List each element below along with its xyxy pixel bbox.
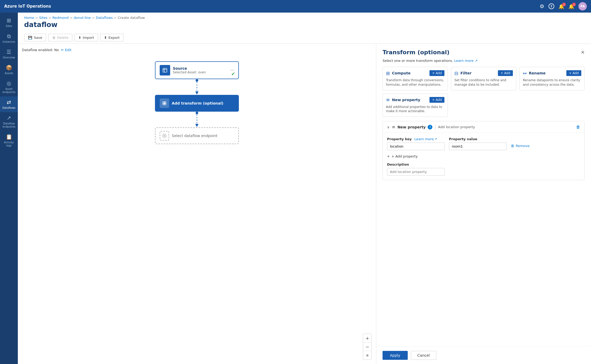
zoom-fit-button[interactable]: ⊕	[363, 351, 372, 360]
source-node[interactable]: Source Selected Asset: oven ··· ✔	[155, 61, 239, 79]
breadcrumb-sites[interactable]: Sites	[39, 16, 47, 20]
transform-node[interactable]: Add transform (optional)	[155, 95, 239, 112]
sidebar-item-activity-logs[interactable]: 📋 Activity logs	[0, 131, 18, 150]
connector-arrow-2: ▼	[195, 123, 198, 127]
panel-footer: Apply Cancel	[376, 346, 591, 364]
filter-icon: ⊟	[454, 70, 458, 76]
rename-card: ↔ Rename + Add Rename datapoints to ensu…	[519, 67, 585, 90]
sidebar-label-sites: Sites	[6, 25, 12, 28]
filter-add-button[interactable]: + Add	[498, 70, 513, 76]
property-key-input[interactable]	[387, 143, 445, 150]
delete-section-icon[interactable]: 🗑	[576, 124, 580, 129]
source-sub: Selected Asset: oven	[173, 70, 228, 74]
property-value-label: Property value	[449, 137, 507, 141]
sidebar-label-asset-endpoints: Asset endpoints	[2, 88, 16, 94]
dataflow-status-bar: Dataflow enabled: No ✏ Edit	[22, 48, 372, 52]
learn-more-link[interactable]: Learn more ↗	[454, 59, 477, 63]
breadcrumb-donut-line[interactable]: donut-line	[74, 16, 91, 20]
new-property-add-button[interactable]: + Add	[429, 97, 444, 103]
compute-add-button[interactable]: + Add	[429, 70, 444, 76]
sidebar-label-dataflows: Dataflows	[2, 106, 15, 110]
dataflow-status-label: Dataflow enabled: No	[22, 48, 59, 52]
rename-add-button[interactable]: + Add	[566, 70, 581, 76]
notification2-icon[interactable]: 🔔 1	[568, 4, 574, 9]
zoom-controls: + − ⊕	[363, 334, 372, 360]
panel-close-button[interactable]: ✕	[581, 50, 585, 55]
cancel-button[interactable]: Cancel	[411, 351, 436, 360]
breadcrumb-current: Create dataflow	[118, 16, 145, 20]
sidebar-item-asset-endpoints[interactable]: ◎ Asset endpoints	[0, 78, 18, 96]
sidebar-item-overview[interactable]: ☰ Overview	[0, 46, 18, 62]
svg-point-1	[164, 135, 165, 137]
connector-1: ▼	[195, 79, 198, 95]
apply-button[interactable]: Apply	[383, 351, 408, 360]
breadcrumb-sep-1: >	[35, 16, 38, 20]
sidebar-item-dataflows[interactable]: ⇄ Dataflows	[0, 96, 18, 112]
sidebar-label-dataflow-endpoints: Dataflow endpoints	[2, 122, 16, 128]
source-check-icon: ✔	[231, 71, 235, 77]
delete-icon: 🗑	[52, 36, 56, 40]
notification2-badge: 1	[572, 3, 576, 6]
sidebar-item-assets[interactable]: 📦 Assets	[0, 62, 18, 78]
avatar[interactable]: PA	[578, 2, 587, 10]
page-title: dataflow	[18, 21, 591, 32]
add-property-link[interactable]: + + Add property	[387, 154, 580, 158]
settings-icon[interactable]: ⚙	[540, 3, 544, 9]
transform-cards: ⊞ Compute + Add Transform data through c…	[376, 67, 591, 121]
main-layout: ⊞ Sites ⧉ Instances ☰ Overview 📦 Assets …	[0, 13, 591, 364]
sidebar-item-dataflow-endpoints[interactable]: ↗ Dataflow endpoints	[0, 112, 18, 131]
endpoint-title: Select dataflow endpoint	[172, 134, 218, 138]
add-property-plus-icon: +	[387, 154, 390, 158]
help-icon[interactable]: ?	[549, 3, 554, 9]
property-key-row: Property key Learn more↗ Property value	[387, 137, 580, 150]
connector-line-2	[197, 114, 197, 123]
delete-button[interactable]: 🗑 Delete	[48, 34, 72, 41]
notification1-icon[interactable]: 🔔 1	[558, 4, 564, 9]
breadcrumb-dataflows[interactable]: Dataflows	[96, 16, 113, 20]
breadcrumb-home[interactable]: Home	[24, 16, 34, 20]
dataflow-endpoints-icon: ↗	[7, 115, 11, 121]
property-count-badge: 1	[428, 125, 432, 129]
property-key-label: Property key	[387, 137, 412, 141]
asset-endpoints-icon: ◎	[7, 80, 11, 86]
export-button[interactable]: ⬆ Export	[100, 34, 123, 41]
sidebar-label-overview: Overview	[3, 56, 15, 59]
property-learn-more-link[interactable]: Learn more↗	[414, 137, 437, 141]
edit-icon: ✏	[61, 48, 64, 52]
transform-icon	[160, 99, 169, 108]
endpoint-node[interactable]: Select dataflow endpoint	[155, 127, 239, 144]
compute-card: ⊞ Compute + Add Transform data through c…	[383, 67, 448, 90]
sidebar-label-activity-logs: Activity logs	[2, 141, 16, 147]
topnav-icons: ⚙ ? 🔔 1 🔔 1 PA	[540, 2, 587, 10]
export-icon: ⬆	[104, 36, 107, 40]
description-label: Description	[387, 162, 580, 166]
zoom-in-button[interactable]: +	[363, 334, 372, 342]
zoom-out-button[interactable]: −	[363, 343, 372, 351]
compute-icon: ⊞	[386, 70, 390, 76]
new-property-section: ∨ ≡ New property 1 | Add location proper…	[383, 121, 585, 180]
breadcrumb-redmond[interactable]: Redmond	[52, 16, 69, 20]
assets-icon: 📦	[6, 64, 12, 71]
sidebar-item-sites[interactable]: ⊞ Sites	[0, 15, 18, 30]
svg-rect-0	[163, 68, 167, 72]
app-title: Azure IoT Operations	[4, 4, 540, 9]
connector-2: ▼	[195, 112, 198, 127]
flow-container: Source Selected Asset: oven ··· ✔ ▼	[22, 56, 372, 149]
connector-dot-1	[196, 79, 198, 82]
remove-property-button[interactable]: 🗑 Remove	[511, 144, 530, 148]
sidebar-label-assets: Assets	[5, 72, 13, 75]
property-value-input[interactable]	[449, 143, 507, 150]
save-button[interactable]: 💾 Save	[24, 34, 46, 41]
import-button[interactable]: ⬇ Import	[74, 34, 98, 41]
instances-icon: ⧉	[7, 33, 11, 39]
pipe-separator: |	[434, 124, 436, 129]
chevron-down-icon[interactable]: ∨	[387, 125, 390, 129]
sidebar-item-instances[interactable]: ⧉ Instances	[0, 30, 18, 46]
panel-scroll-area[interactable]: ⊞ Compute + Add Transform data through c…	[376, 67, 591, 346]
description-input[interactable]	[387, 168, 445, 176]
breadcrumb-sep-4: >	[92, 16, 95, 20]
edit-link[interactable]: ✏ Edit	[61, 48, 71, 52]
content-area: Home > Sites > Redmond > donut-line > Da…	[18, 13, 591, 364]
new-property-icon: ≡	[386, 97, 390, 102]
activity-logs-icon: 📋	[6, 134, 12, 140]
